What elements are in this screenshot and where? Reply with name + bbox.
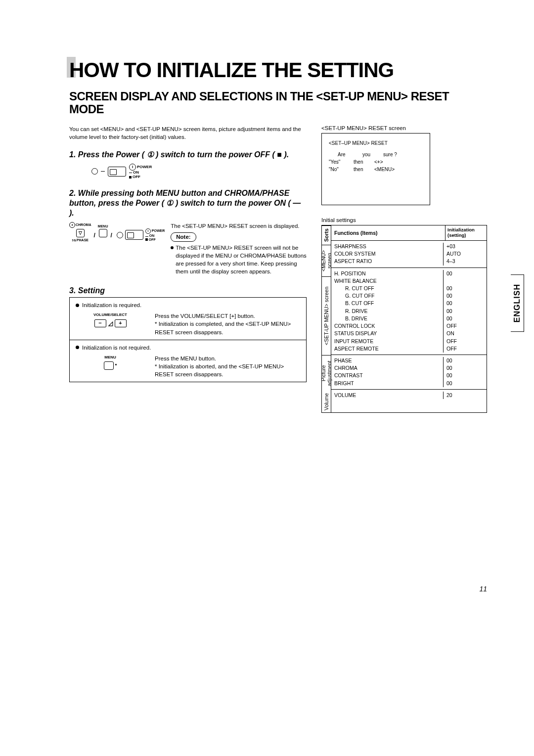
initial-settings-table: Sorts <MENU> screen <SET-UP MENU> screen… (321, 225, 487, 413)
table-row: INPUT REMOTEOFF (331, 338, 487, 345)
initial-settings-caption: Initial settings (321, 217, 487, 223)
off-label2: OFF (149, 238, 156, 241)
reset-displayed-text: The <SET-UP MENU> RESET screen is displa… (171, 222, 307, 230)
menu-label: MENU (98, 224, 108, 228)
table-row: CONTROL LOCKOFF (331, 322, 487, 330)
intro-text: You can set <MENU> and <SET-UP MENU> scr… (69, 125, 307, 141)
menu-button-icon (104, 361, 114, 370)
table-row: WHITE BALANCE (331, 277, 487, 285)
table-row: R. CUT OFF00 (331, 285, 487, 292)
reset-screen-box: <SET–UP MENU> RESET Areyousure ? "Yes"th… (321, 133, 430, 205)
volume-minus-icon: − (94, 319, 106, 327)
page-title: HOW TO INITIALIZE THE SETTING (69, 59, 487, 81)
note-badge: Note: (171, 232, 196, 242)
table-row: VOLUME20 (331, 392, 487, 399)
table-row: ASPECT REMOTEOFF (331, 345, 487, 353)
sort-picture: Picture adjustment (322, 355, 331, 391)
notreq-line2: * Initialization is aborted, and the <SE… (155, 362, 300, 378)
reset-screen-caption: <SET-UP MENU> RESET screen (321, 125, 487, 131)
step1-heading: 1. Press the Power ( ① ) switch to turn … (69, 150, 307, 160)
table-row: B. DRIVE00 (331, 315, 487, 322)
volume-plus-icon: + (115, 319, 127, 327)
volume-select-label: VOLUME/SELECT (93, 312, 127, 317)
power-label: POWER (137, 165, 152, 170)
table-row: R. DRIVE00 (331, 308, 487, 315)
off-label: OFF (133, 175, 140, 179)
chroma-label: CHROMA (76, 223, 91, 226)
setting-box: Initialization is required. VOLUME/SELEC… (69, 297, 307, 382)
sort-menu: <MENU> screen (322, 245, 331, 276)
switch-icon (108, 167, 126, 177)
sorts-header: Sorts (322, 225, 331, 245)
step2-button-diagram: 4CHROMA ▽ 5⇅PHASE / MENU / (69, 222, 165, 242)
table-row: COLOR SYSTEMAUTO (331, 250, 487, 258)
note-body: The <SET-UP MENU> RESET screen will not … (176, 244, 307, 275)
table-row: ASPECT RATIO4–3 (331, 258, 487, 265)
table-row: H. POSITION00 (331, 270, 487, 277)
table-row: BRIGHT00 (331, 380, 487, 387)
sort-volume: Volume (322, 391, 331, 412)
step2-heading: 2. While pressing both MENU button and C… (69, 188, 307, 218)
language-tab: ENGLISH (511, 274, 524, 332)
req-line1: Press the VOLUME/SELECT [+] button. (155, 312, 300, 320)
init-required-header: Initialization is required. (82, 301, 141, 309)
reset-screen-header: <SET–UP MENU> RESET (329, 139, 423, 147)
table-row: CONTRAST00 (331, 372, 487, 379)
init-header2: (setting) (447, 233, 485, 238)
page-number: 11 (479, 585, 487, 593)
pin-icon (91, 168, 98, 175)
step3-heading: 3. Setting (69, 286, 307, 295)
table-row: STATUS DISPLAYON (331, 330, 487, 337)
power-label2: POWER (152, 229, 165, 232)
init-notrequired-header: Initialization is not required. (82, 344, 151, 352)
sort-setup: <SET-UP MENU> screen (322, 276, 331, 355)
power-switch-diagram: I POWER ON OFF (91, 164, 307, 179)
table-row: CHROMA00 (331, 364, 487, 372)
table-row: PHASE00 (331, 357, 487, 364)
table-row: SHARPNESS+03 (331, 243, 487, 250)
menu-button-label: MENU (104, 355, 116, 360)
table-row: G. CUT OFF00 (331, 292, 487, 300)
functions-header: Functions (Items) (331, 225, 445, 240)
phase-label: PHASE (77, 238, 89, 242)
on-label2: ON (149, 234, 155, 237)
section-subtitle: SCREEN DISPLAY AND SELECTIONS IN THE <SE… (69, 90, 482, 116)
req-line2: * Initialization is completed, and the <… (155, 320, 300, 336)
notreq-line1: Press the MENU button. (155, 355, 300, 362)
table-row: B. CUT OFF00 (331, 300, 487, 307)
